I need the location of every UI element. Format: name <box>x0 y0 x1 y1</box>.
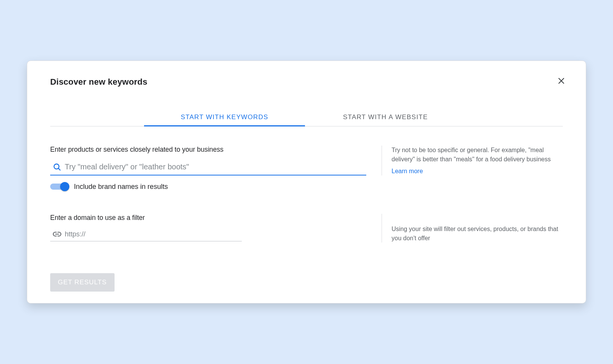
products-field-label: Enter products or services closely relat… <box>50 146 366 154</box>
domain-section: Enter a domain to use as a filter Using … <box>50 214 563 242</box>
products-section: Enter products or services closely relat… <box>50 146 563 191</box>
domain-input[interactable] <box>64 230 242 239</box>
svg-line-3 <box>58 168 60 170</box>
tab-label: START WITH A WEBSITE <box>343 113 428 121</box>
domain-field-label: Enter a domain to use as a filter <box>50 214 366 222</box>
domain-tip: Using your site will filter out services… <box>382 214 563 242</box>
products-input-row <box>50 160 366 175</box>
dialog-title: Discover new keywords <box>50 77 563 87</box>
tab-start-with-keywords[interactable]: START WITH KEYWORDS <box>144 108 305 126</box>
brand-toggle-row: Include brand names in results <box>50 182 366 191</box>
get-results-button[interactable]: GET RESULTS <box>50 273 115 292</box>
close-icon <box>557 77 565 87</box>
search-icon <box>50 162 64 172</box>
tab-label: START WITH KEYWORDS <box>181 113 269 121</box>
learn-more-link[interactable]: Learn more <box>392 167 423 175</box>
domain-tip-text: Using your site will filter out services… <box>392 225 563 242</box>
domain-input-row <box>50 228 242 241</box>
include-brands-label: Include brand names in results <box>74 183 168 191</box>
products-tip-text: Try not to be too specific or general. F… <box>392 146 563 163</box>
link-icon <box>50 230 64 239</box>
discover-keywords-dialog: Discover new keywords START WITH KEYWORD… <box>27 61 586 303</box>
include-brands-toggle[interactable] <box>50 182 69 191</box>
tab-start-with-website[interactable]: START WITH A WEBSITE <box>305 108 466 126</box>
get-results-label: GET RESULTS <box>58 279 107 286</box>
products-tip: Try not to be too specific or general. F… <box>382 146 563 175</box>
close-button[interactable] <box>556 76 567 87</box>
tab-bar: START WITH KEYWORDS START WITH A WEBSITE <box>50 108 563 126</box>
products-input[interactable] <box>64 162 366 172</box>
